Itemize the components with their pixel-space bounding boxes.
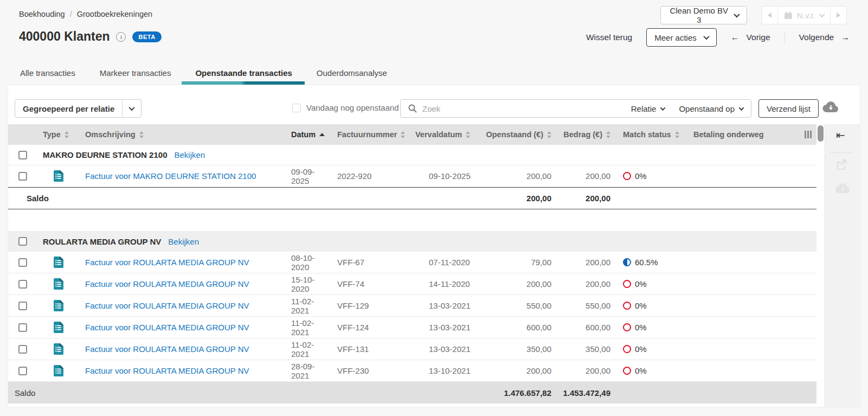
- openstaand-cell: 200,00: [478, 360, 554, 381]
- footer-saldo-openstaand: 1.476.657,82: [478, 388, 554, 398]
- datum-cell: 11-02-2021: [284, 295, 330, 316]
- bedrag-cell: 200,00: [554, 165, 613, 187]
- company-selector[interactable]: Clean Demo BV 3: [660, 6, 747, 24]
- saldo-openstaand: 200,00: [478, 194, 554, 203]
- openstaand-cell: 350,00: [478, 338, 554, 360]
- download-cloud-icon[interactable]: [822, 101, 839, 115]
- group-spacer: [8, 209, 816, 231]
- chevron-down-icon: [129, 105, 135, 111]
- factuurnummer-cell: VFF-124: [330, 317, 407, 338]
- verzend-lijst-button[interactable]: Verzend lijst: [758, 99, 819, 118]
- row-checkbox[interactable]: [18, 345, 27, 354]
- vervaldatum-cell: 14-11-2020: [407, 273, 478, 295]
- invoice-link[interactable]: Factuur voor ROULARTA MEDIA GROUP NV: [85, 344, 249, 354]
- sort-icon: [466, 131, 470, 138]
- group-saldo-row: Saldo 200,00 200,00: [8, 187, 816, 209]
- column-header-vervaldatum[interactable]: Vervaldatum: [407, 130, 478, 139]
- betaling-onderweg-cell: [689, 165, 800, 187]
- tab-ouderdomsanalyse[interactable]: Ouderdomsanalyse: [316, 61, 388, 85]
- calendar-icon: [784, 11, 793, 20]
- column-header-omschrijving[interactable]: Omschrijving: [83, 130, 284, 139]
- scrollbar-thumb[interactable]: [818, 125, 824, 142]
- invoice-link[interactable]: Factuur voor ROULARTA MEDIA GROUP NV: [85, 279, 249, 289]
- openstaand-cell: 200,00: [478, 165, 554, 187]
- vertical-scrollbar[interactable]: [816, 124, 825, 407]
- vorige-button[interactable]: ← Vorige: [731, 33, 770, 42]
- group-checkbox[interactable]: [18, 151, 27, 159]
- match-status-cell: 0%: [613, 360, 689, 381]
- table-row: Factuur voor ROULARTA MEDIA GROUP NV 11-…: [8, 317, 816, 338]
- factuurnummer-cell: VFF-67: [330, 252, 407, 273]
- row-checkbox[interactable]: [18, 258, 27, 267]
- row-checkbox[interactable]: [18, 367, 27, 375]
- tab-openstaande-transacties[interactable]: Openstaande transacties: [194, 61, 293, 85]
- content-card: Gegroepeerd per relatie Vandaag nog open…: [8, 85, 860, 407]
- invoice-link[interactable]: Factuur voor ROULARTA MEDIA GROUP NV: [85, 323, 249, 332]
- invoice-link[interactable]: Factuur voor ROULARTA MEDIA GROUP NV: [85, 258, 249, 267]
- column-header-bedrag[interactable]: Bedrag (€): [554, 130, 613, 139]
- period-selector[interactable]: N.v.t.: [777, 7, 830, 24]
- volgende-button[interactable]: Volgende →: [799, 33, 850, 42]
- today-open-filter[interactable]: Vandaag nog openstaand: [292, 103, 399, 112]
- breadcrumb-item-grootboekrekeningen[interactable]: Grootboekrekeningen: [77, 10, 152, 18]
- openstaand-cell: 550,00: [478, 295, 554, 316]
- invoice-document-icon: [53, 170, 63, 182]
- openstaand-cell: 79,00: [478, 252, 554, 273]
- openstaand-cell: 600,00: [478, 317, 554, 338]
- row-checkbox[interactable]: [18, 323, 27, 332]
- column-settings-icon[interactable]: [800, 131, 816, 138]
- invoice-link[interactable]: Factuur voor ROULARTA MEDIA GROUP NV: [85, 301, 249, 310]
- sort-icon: [547, 131, 551, 138]
- match-status-icon: [623, 345, 631, 353]
- match-status-cell: 0%: [613, 338, 689, 360]
- column-header-match-status[interactable]: Match status: [613, 130, 689, 139]
- row-checkbox[interactable]: [18, 280, 27, 289]
- datum-cell: 11-02-2021: [284, 317, 330, 338]
- table-row: Factuur voor ROULARTA MEDIA GROUP NV 15-…: [8, 273, 816, 295]
- today-open-checkbox[interactable]: [292, 104, 301, 112]
- vervaldatum-cell: 13-03-2021: [407, 295, 478, 316]
- tab-markeer-transacties[interactable]: Markeer transacties: [99, 61, 172, 85]
- match-status-icon: [623, 323, 631, 331]
- column-header-datum[interactable]: Datum: [284, 130, 330, 139]
- match-status-icon: [623, 367, 631, 375]
- vervaldatum-cell: 07-11-2020: [407, 252, 478, 273]
- column-header-type[interactable]: Type: [34, 130, 83, 139]
- wissel-terug-button[interactable]: Wissel terug: [586, 33, 632, 42]
- transactions-table: Type Omschrijving Datum Factuurnummer Ve…: [8, 124, 816, 404]
- collapse-panel-icon[interactable]: ⇤: [836, 129, 845, 142]
- next-period-button[interactable]: [830, 7, 846, 24]
- openstaand-cell: 200,00: [478, 273, 554, 295]
- footer-saldo-bedrag: 1.453.472,49: [554, 388, 613, 398]
- column-header-openstaand[interactable]: Openstaand (€): [478, 130, 554, 139]
- openstaand-op-filter[interactable]: Openstaand op: [679, 104, 743, 113]
- column-header-factuurnummer[interactable]: Factuurnummer: [330, 130, 407, 139]
- saldo-bedrag: 200,00: [554, 194, 613, 203]
- table-header-row: Type Omschrijving Datum Factuurnummer Ve…: [8, 124, 816, 145]
- divider: [830, 152, 853, 153]
- relatie-filter[interactable]: Relatie: [631, 104, 665, 113]
- invoice-link[interactable]: Factuur voor ROULARTA MEDIA GROUP NV: [85, 366, 249, 375]
- match-status-icon: [623, 280, 631, 288]
- open-external-icon[interactable]: [835, 158, 848, 173]
- bekijken-link[interactable]: Bekijken: [168, 237, 199, 246]
- group-header-row: MAKRO DEURNE STATION 2100 Bekijken: [8, 145, 816, 165]
- chevron-down-icon: [660, 105, 666, 111]
- breadcrumb-item-boekhouding[interactable]: Boekhouding: [19, 10, 65, 18]
- group-by-selector[interactable]: Gegroepeerd per relatie: [15, 99, 142, 118]
- meer-acties-button[interactable]: Meer acties: [646, 28, 717, 47]
- download-cloud-ghost-icon[interactable]: [835, 183, 850, 196]
- row-checkbox[interactable]: [18, 172, 27, 181]
- group-checkbox[interactable]: [18, 237, 27, 246]
- filter-bar: Gegroepeerd per relatie Vandaag nog open…: [8, 85, 860, 124]
- bekijken-link[interactable]: Bekijken: [174, 150, 205, 159]
- factuurnummer-cell: 2022-920: [330, 165, 407, 187]
- row-checkbox[interactable]: [18, 302, 27, 310]
- group-header-row: ROULARTA MEDIA GROUP NV Bekijken: [8, 231, 816, 252]
- previous-period-button[interactable]: [762, 7, 777, 24]
- search-input[interactable]: [422, 104, 626, 113]
- invoice-link[interactable]: Factuur voor MAKRO DEURNE STATION 2100: [85, 171, 256, 181]
- tab-alle-transacties[interactable]: Alle transacties: [19, 61, 76, 85]
- factuurnummer-cell: VFF-131: [330, 338, 407, 360]
- info-icon[interactable]: i: [116, 32, 126, 42]
